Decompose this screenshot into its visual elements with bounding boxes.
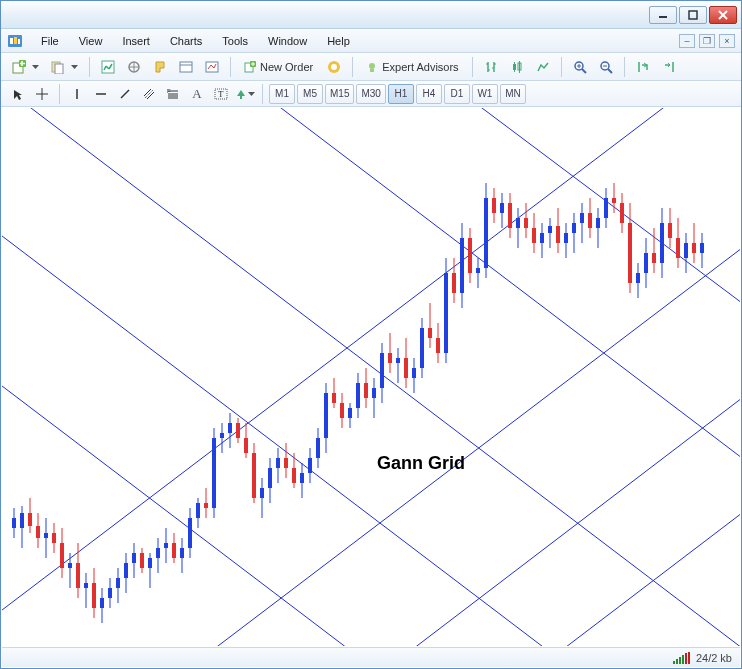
trendline-button[interactable] [114, 84, 136, 104]
svg-rect-21 [180, 62, 192, 72]
candlestick-button[interactable] [505, 56, 529, 78]
svg-rect-173 [388, 353, 392, 363]
svg-rect-197 [484, 198, 488, 268]
svg-rect-101 [100, 598, 104, 608]
horizontal-line-button[interactable] [90, 84, 112, 104]
svg-rect-247 [684, 243, 688, 258]
svg-rect-251 [700, 243, 704, 253]
strategy-tester-button[interactable] [200, 56, 224, 78]
cursor-button[interactable] [7, 84, 29, 104]
menu-window[interactable]: Window [258, 32, 317, 50]
metaquotes-button[interactable] [322, 56, 346, 78]
crosshair-button[interactable] [31, 84, 53, 104]
svg-rect-231 [620, 203, 624, 223]
svg-point-33 [369, 63, 375, 69]
timeframe-h1[interactable]: H1 [388, 84, 414, 104]
svg-rect-215 [556, 226, 560, 243]
arrows-button[interactable] [234, 84, 256, 104]
svg-rect-13 [55, 64, 63, 74]
svg-line-59 [144, 89, 151, 96]
chart-area[interactable]: Gann Grid [2, 108, 740, 646]
svg-rect-143 [268, 468, 272, 488]
menu-file[interactable]: File [31, 32, 69, 50]
expert-advisors-label: Expert Advisors [382, 61, 458, 73]
timeframe-m15[interactable]: M15 [325, 84, 354, 104]
chevron-down-icon [248, 92, 255, 96]
svg-rect-141 [260, 488, 264, 498]
market-watch-button[interactable] [96, 56, 120, 78]
maximize-button[interactable] [679, 6, 707, 24]
toolbar-separator [624, 57, 625, 77]
menu-view[interactable]: View [69, 32, 113, 50]
timeframe-m5[interactable]: M5 [297, 84, 323, 104]
toolbar-separator [89, 57, 90, 77]
close-button[interactable] [709, 6, 737, 24]
svg-rect-97 [84, 583, 88, 588]
timeframe-mn[interactable]: MN [500, 84, 526, 104]
svg-rect-137 [244, 438, 248, 453]
minimize-button[interactable] [649, 6, 677, 24]
svg-line-71 [152, 398, 740, 646]
mdi-minimize-button[interactable]: – [679, 34, 695, 48]
menu-help[interactable]: Help [317, 32, 360, 50]
svg-rect-145 [276, 458, 280, 468]
vertical-line-button[interactable] [66, 84, 88, 104]
svg-rect-151 [300, 473, 304, 483]
timeframe-m30[interactable]: M30 [356, 84, 385, 104]
svg-line-69 [2, 108, 740, 646]
timeframe-w1[interactable]: W1 [472, 84, 498, 104]
text-label-button[interactable]: T [210, 84, 232, 104]
expert-advisors-button[interactable]: Expert Advisors [359, 56, 465, 78]
timeframe-m1[interactable]: M1 [269, 84, 295, 104]
line-chart-button[interactable] [531, 56, 555, 78]
svg-rect-34 [370, 69, 374, 72]
text-button[interactable]: A [186, 84, 208, 104]
svg-rect-227 [604, 198, 608, 218]
svg-rect-229 [612, 198, 616, 203]
bar-chart-button[interactable] [479, 56, 503, 78]
svg-rect-169 [372, 388, 376, 398]
data-window-button[interactable] [148, 56, 172, 78]
navigator-button[interactable] [122, 56, 146, 78]
mdi-restore-button[interactable]: ❐ [699, 34, 715, 48]
toolbar-separator [230, 57, 231, 77]
auto-scroll-button[interactable] [631, 56, 655, 78]
svg-rect-79 [12, 518, 16, 528]
svg-rect-133 [228, 423, 232, 433]
svg-rect-131 [220, 433, 224, 438]
fibonacci-button[interactable]: F [162, 84, 184, 104]
timeframe-h4[interactable]: H4 [416, 84, 442, 104]
price-chart[interactable] [2, 108, 740, 646]
equidistant-channel-button[interactable] [138, 84, 160, 104]
svg-rect-217 [564, 233, 568, 243]
zoom-in-button[interactable] [568, 56, 592, 78]
svg-rect-155 [316, 438, 320, 458]
new-chart-button[interactable] [7, 56, 44, 78]
svg-rect-205 [516, 218, 520, 228]
new-order-button[interactable]: New Order [237, 56, 320, 78]
mdi-close-button[interactable]: × [719, 34, 735, 48]
svg-rect-193 [468, 238, 472, 273]
app-icon [5, 32, 25, 50]
svg-rect-207 [524, 218, 528, 228]
svg-rect-221 [580, 213, 584, 223]
menu-insert[interactable]: Insert [112, 32, 160, 50]
chart-shift-button[interactable] [657, 56, 681, 78]
svg-rect-111 [140, 553, 144, 568]
svg-rect-87 [44, 533, 48, 538]
titlebar [1, 1, 741, 29]
menu-tools[interactable]: Tools [212, 32, 258, 50]
svg-line-60 [147, 92, 154, 99]
timeframe-d1[interactable]: D1 [444, 84, 470, 104]
toolbar-separator [352, 57, 353, 77]
zoom-out-button[interactable] [594, 56, 618, 78]
terminal-button[interactable] [174, 56, 198, 78]
svg-rect-189 [452, 273, 456, 293]
svg-rect-103 [108, 588, 112, 598]
svg-line-76 [202, 108, 740, 458]
svg-rect-199 [492, 198, 496, 213]
menu-charts[interactable]: Charts [160, 32, 212, 50]
svg-line-73 [2, 108, 740, 646]
toolbar-separator [472, 57, 473, 77]
profiles-button[interactable] [46, 56, 83, 78]
